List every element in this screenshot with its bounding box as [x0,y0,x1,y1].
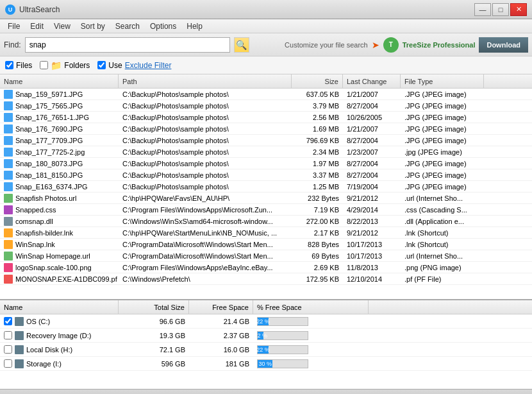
table-row[interactable]: comsnap.dll C:\Windows\WinSxS\amd64-micr… [0,216,532,227]
drive-row[interactable]: Storage (I:) 596 GB 181 GB 30 % [0,357,532,371]
file-size-cell: 2.34 MB [292,148,343,157]
file-lastchange-cell: 7/19/2004 [343,182,401,191]
file-size-cell: 1.69 MB [292,124,343,133]
table-row[interactable]: Snapfish-bilder.lnk C:\hp\HPQWare\StartM… [0,227,532,239]
col-header-lastchange[interactable]: Last Change [343,74,401,88]
file-lastchange-cell: 9/21/2012 [343,228,401,237]
table-row[interactable]: Snap_180_8073.JPG C:\Backup\Photos\sampl… [0,158,532,169]
table-row[interactable]: Snap_181_8150.JPG C:\Backup\Photos\sampl… [0,169,532,181]
col-header-filetype[interactable]: File Type [401,74,484,88]
file-size-cell: 2.17 KB [292,228,343,237]
use-label: Use [108,61,122,70]
file-size-cell: 69 Bytes [292,252,343,261]
folders-checkbox[interactable] [40,61,48,69]
table-row[interactable]: Snap_177_7709.JPG C:\Backup\Photos\sampl… [0,135,532,146]
file-filetype-cell: .jpg (JPEG image) [401,148,484,157]
file-type-icon [4,148,13,157]
file-type-icon [4,275,13,284]
file-filetype-cell: .JPG (JPEG image) [401,124,484,133]
exclude-filter-link[interactable]: Exclude Filter [125,61,172,70]
treesize-brand-label: TreeSize Professional [403,41,476,49]
use-exclude-checkbox[interactable] [97,61,106,69]
drive-checkbox[interactable] [4,359,12,368]
file-lastchange-cell: 1/23/2007 [343,148,401,157]
file-lastchange-cell: 4/29/2014 [343,205,401,214]
file-type-icon [4,182,13,191]
minimize-button[interactable]: — [474,3,491,16]
file-type-icon [4,205,13,214]
drive-row[interactable]: Local Disk (H:) 72.1 GB 16.0 GB 22 % [0,343,532,357]
table-row[interactable]: MONOSNAP.EXE-A1DBC099.pf C:\Windows\Pref… [0,273,532,285]
file-lastchange-cell: 10/17/2013 [343,252,401,261]
treesize-promo: Customize your file search ➤ T TreeSize … [285,37,528,53]
file-lastchange-cell: 8/27/2004 [343,136,401,145]
download-button[interactable]: Download [479,37,528,53]
menu-view[interactable]: View [49,21,76,32]
file-lastchange-cell: 10/26/2005 [343,113,401,122]
drive-progress-fill: 22 % [258,346,269,354]
drives-col-name[interactable]: Name [0,300,119,314]
file-lastchange-cell: 11/8/2013 [343,263,401,272]
table-row[interactable]: Snapfish Photos.url C:\hp\HPQWare\Favs\E… [0,193,532,204]
table-row[interactable]: WinSnap Homepage.url C:\ProgramData\Micr… [0,250,532,262]
file-type-icon [4,90,13,99]
menu-edit[interactable]: Edit [25,21,49,32]
drive-name-cell: OS (C:) [0,316,119,327]
close-button[interactable]: ✕ [510,3,527,16]
drives-col-freespace[interactable]: Free Space [189,300,253,314]
file-name-cell: MONOSNAP.EXE-A1DBC099.pf [0,274,119,284]
table-row[interactable]: Snap_177_7725-2.jpg C:\Backup\Photos\sam… [0,146,532,158]
table-row[interactable]: Snapped.css C:\Program Files\WindowsApps… [0,204,532,216]
file-filetype-cell: .lnk (Shortcut) [401,228,484,237]
app-icon: U [5,4,15,15]
search-button[interactable]: 🔍 [234,37,249,53]
maximize-button[interactable]: □ [492,3,509,16]
file-type-icon [4,101,13,110]
drive-icon [15,345,24,354]
file-size-cell: 1.25 MB [292,182,343,191]
col-header-size[interactable]: Size [292,74,343,88]
table-row[interactable]: WinSnap.lnk C:\ProgramData\Microsoft\Win… [0,239,532,250]
title-bar: U UltraSearch — □ ✕ [0,0,532,19]
file-size-cell: 3.79 MB [292,101,343,110]
table-row[interactable]: Snap_159_5971.JPG C:\Backup\Photos\sampl… [0,89,532,100]
file-lastchange-cell: 1/21/2007 [343,124,401,133]
table-row[interactable]: Snap_176_7690.JPG C:\Backup\Photos\sampl… [0,123,532,135]
file-filetype-cell: .dll (Application e... [401,217,484,226]
drive-row[interactable]: OS (C:) 96.6 GB 21.4 GB 22 % [0,314,532,329]
file-name-cell: Snap_177_7725-2.jpg [0,147,119,157]
menu-search[interactable]: Search [110,21,145,32]
file-filetype-cell: .url (Internet Sho... [401,194,484,203]
drive-progress-fill: 22 % [258,318,269,325]
table-row[interactable]: Snap_176_7651-1.JPG C:\Backup\Photos\sam… [0,112,532,123]
drive-checkbox[interactable] [4,317,12,325]
drive-percentfree-cell: 12 % [253,330,369,341]
file-name-cell: Snap_176_7651-1.JPG [0,112,119,123]
file-size-cell: 2.56 MB [292,113,343,122]
folders-label: Folders [64,61,90,70]
menu-file[interactable]: File [3,21,25,32]
drive-progress-fill: 12 % [258,332,263,339]
files-checkbox[interactable] [5,61,13,69]
search-input[interactable] [25,37,230,53]
drives-col-percentfree[interactable]: % Free Space [253,300,369,314]
col-header-path[interactable]: Path [119,74,292,88]
drive-row[interactable]: Recovery Image (D:) 19.3 GB 2.37 GB 12 % [0,329,532,343]
table-row[interactable]: Snap_E163_6374.JPG C:\Backup\Photos\samp… [0,181,532,193]
drive-checkbox[interactable] [4,345,12,354]
drive-checkbox[interactable] [4,331,12,339]
file-size-cell: 828 Bytes [292,240,343,249]
file-lastchange-cell: 8/27/2004 [343,159,401,168]
col-header-name[interactable]: Name [0,74,119,88]
drive-totalsize-cell: 19.3 GB [119,330,189,341]
menu-options[interactable]: Options [145,21,181,32]
file-size-cell: 796.69 KB [292,136,343,145]
menu-help[interactable]: Help [181,21,208,32]
drives-col-totalsize[interactable]: Total Size [119,300,189,314]
file-list: Snap_159_5971.JPG C:\Backup\Photos\sampl… [0,89,532,299]
table-row[interactable]: logoSnap.scale-100.png C:\Program Files\… [0,262,532,273]
customize-text: Customize your file search [285,41,368,49]
menu-sort-by[interactable]: Sort by [76,21,110,32]
table-row[interactable]: Snap_175_7565.JPG C:\Backup\Photos\sampl… [0,100,532,112]
file-filetype-cell: .JPG (JPEG image) [401,182,484,191]
